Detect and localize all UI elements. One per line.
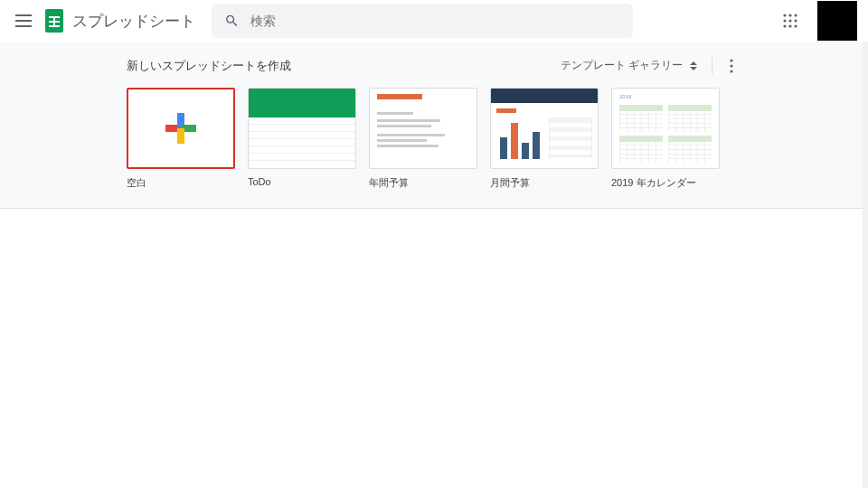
app-logo-title[interactable]: スプレッドシート xyxy=(45,9,195,33)
hamburger-icon xyxy=(15,14,32,27)
template-strip-header: 新しいスプレッドシートを作成 テンプレート ギャラリー xyxy=(127,54,741,77)
svg-point-6 xyxy=(783,19,786,22)
template-thumb-annual xyxy=(369,88,477,169)
google-apps-button[interactable] xyxy=(778,8,803,33)
svg-point-9 xyxy=(783,24,786,27)
template-label: 2019 年カレンダー xyxy=(611,176,720,190)
template-row: 空白 ToDo xyxy=(127,88,741,190)
template-label: 空白 xyxy=(127,176,235,190)
template-thumb-monthly xyxy=(490,88,599,169)
template-label: 年間予算 xyxy=(369,176,477,190)
svg-point-7 xyxy=(788,19,791,22)
account-avatar[interactable] xyxy=(817,1,857,41)
template-todo[interactable]: ToDo xyxy=(248,88,356,190)
sheets-icon xyxy=(45,9,63,33)
svg-point-8 xyxy=(794,19,797,22)
template-thumb-todo xyxy=(248,88,356,169)
more-vert-icon xyxy=(730,59,733,73)
template-calendar-2019[interactable]: 2019 2019 年カレンダー xyxy=(611,88,720,190)
svg-point-4 xyxy=(788,14,791,16)
template-annual-budget[interactable]: 年間予算 xyxy=(369,88,477,190)
apps-grid-icon xyxy=(783,14,797,28)
search-input[interactable] xyxy=(250,14,620,28)
svg-point-10 xyxy=(788,24,791,27)
svg-point-14 xyxy=(730,59,732,61)
plus-icon xyxy=(165,113,196,144)
svg-rect-1 xyxy=(15,20,32,22)
template-label: 月間予算 xyxy=(490,176,599,190)
scrollbar[interactable] xyxy=(863,42,868,488)
main-menu-button[interactable] xyxy=(11,8,36,33)
search-icon xyxy=(224,13,240,29)
svg-rect-2 xyxy=(15,25,32,27)
svg-point-15 xyxy=(730,64,732,67)
app-name: スプレッドシート xyxy=(72,11,195,32)
template-monthly-budget[interactable]: 月間予算 xyxy=(490,88,599,190)
search-box[interactable] xyxy=(212,4,633,38)
svg-marker-12 xyxy=(690,61,697,65)
template-gallery-label: テンプレート ギャラリー xyxy=(561,58,683,73)
svg-marker-13 xyxy=(690,67,697,70)
divider xyxy=(712,57,712,75)
app-header: スプレッドシート xyxy=(0,0,868,42)
template-blank[interactable]: 空白 xyxy=(127,88,235,190)
svg-rect-0 xyxy=(15,14,32,16)
svg-point-11 xyxy=(794,24,797,27)
template-strip-title: 新しいスプレッドシートを作成 xyxy=(127,58,291,74)
template-label: ToDo xyxy=(248,176,356,187)
template-gallery-button[interactable]: テンプレート ギャラリー xyxy=(555,54,703,77)
template-thumb-blank xyxy=(127,88,235,169)
more-options-button[interactable] xyxy=(722,56,741,76)
template-thumb-calendar: 2019 xyxy=(611,88,720,169)
svg-point-3 xyxy=(783,14,786,16)
svg-point-5 xyxy=(794,14,797,16)
expand-icon xyxy=(690,61,697,70)
template-gallery-strip: 新しいスプレッドシートを作成 テンプレート ギャラリー xyxy=(0,42,868,209)
svg-point-16 xyxy=(730,70,732,72)
